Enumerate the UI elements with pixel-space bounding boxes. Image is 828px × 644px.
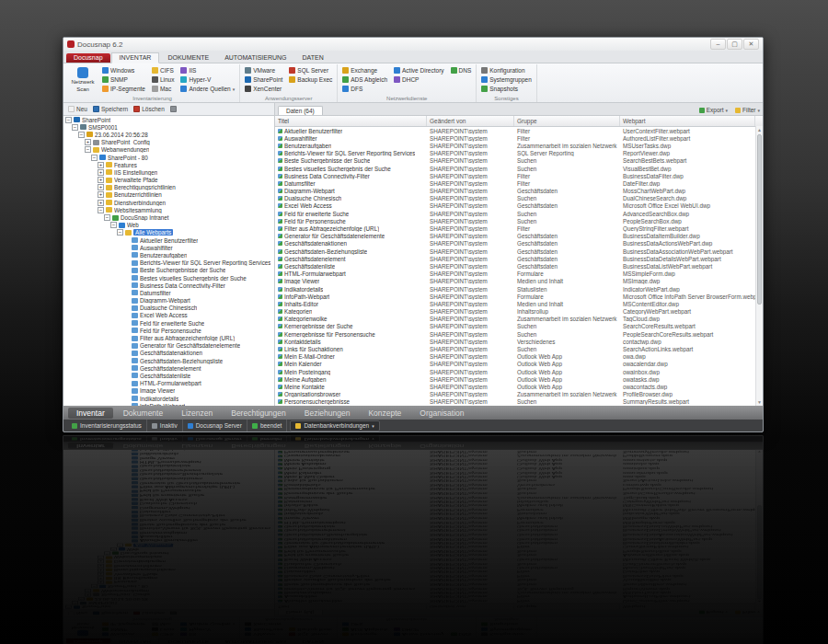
ribbon-button-dfs[interactable]: DFS: [340, 85, 389, 93]
tree-item-geschäftsdaten-beziehungsliste[interactable]: Geschäftsdaten-Beziehungsliste: [63, 357, 274, 364]
ribbon-button-dhcp[interactable]: DHCP: [392, 75, 446, 84]
table-row[interactable]: GeschäftsdatenelementSHAREPOINT\systemGe…: [275, 255, 755, 262]
tree-item-html-formularwebpart[interactable]: HTML-Formularwebpart: [63, 380, 274, 387]
column-header-titel[interactable]: Titel: [275, 116, 427, 126]
ribbon-button-sql-server[interactable]: SQL Server: [287, 66, 334, 75]
table-row[interactable]: OrganisationsbrowserSHAREPOINT\systemZus…: [275, 391, 755, 398]
tree-item-aktueller-benutzerfilter[interactable]: Aktueller Benutzerfilter: [63, 236, 274, 244]
bottom-tab-konzepte[interactable]: Konzepte: [360, 408, 409, 419]
ribbon-button-snapshots[interactable]: Snapshots: [479, 85, 534, 93]
ribbon-button-systemgruppen[interactable]: Systemgruppen: [479, 75, 534, 84]
table-row[interactable]: Kernergebnisse für PersonensucheSHAREPOI…: [275, 330, 755, 338]
table-row[interactable]: KontaktdetailsSHAREPOINT\systemVerschied…: [275, 338, 755, 345]
tree-item-datumsfilter[interactable]: Datumsfilter: [63, 289, 274, 296]
tree-item-web[interactable]: −Web: [63, 222, 274, 229]
expand-icon[interactable]: +: [98, 162, 104, 168]
column-header-geändert-von[interactable]: Geändert von: [427, 116, 514, 126]
status-datenbankverbindungen[interactable]: Datenbankverbindungen▾: [290, 420, 379, 431]
ribbon-button-konfiguration[interactable]: Konfiguration: [479, 66, 534, 75]
ribbon-button-hyper-v[interactable]: Hyper-V: [178, 75, 236, 84]
collapse-icon[interactable]: −: [85, 146, 91, 153]
table-row[interactable]: PersonensuchergebnisseSHAREPOINT\systemS…: [275, 398, 755, 406]
table-row[interactable]: KategorienwolkeSHAREPOINT\systemZusammen…: [275, 316, 755, 323]
table-row[interactable]: Geschäftsdaten-BeziehungslisteSHAREPOINT…: [275, 247, 755, 255]
table-row[interactable]: Beste Suchergebnisse der SucheSHAREPOINT…: [275, 157, 755, 165]
bottom-tab-beziehungen[interactable]: Beziehungen: [296, 408, 359, 419]
tree-item-sharepoint-80[interactable]: −SharePoint - 80: [63, 154, 274, 161]
table-row[interactable]: Feld für erweiterte SucheSHAREPOINT\syst…: [275, 210, 755, 217]
tree-item-iis-einstellungen[interactable]: +IIS Einstellungen: [63, 168, 274, 176]
tree-item-verwaltete-pfade[interactable]: +Verwaltete Pfade: [63, 177, 274, 184]
table-row[interactable]: InfoPath-WebpartSHAREPOINT\systemFormula…: [275, 293, 755, 300]
ribbon-tab-daten[interactable]: DATEN: [295, 53, 331, 63]
table-row[interactable]: Image ViewerSHAREPOINT\systemMedien und …: [275, 278, 755, 285]
grid-scrollbar[interactable]: ▲ ▼: [755, 126, 763, 406]
table-row[interactable]: BenutzeraufgabenSHAREPOINT\systemZusamme…: [275, 142, 755, 149]
export-button[interactable]: Export▾: [699, 107, 728, 113]
collapse-icon[interactable]: −: [91, 155, 98, 161]
bottom-tab-inventar[interactable]: Inventar: [68, 408, 113, 419]
tree-item-sharepoint[interactable]: −SharePoint: [63, 116, 274, 123]
ribbon-button-ip-segmente[interactable]: IP-Segmente: [100, 85, 147, 93]
tree-item-diagramm-webpart[interactable]: Diagramm-Webpart: [63, 297, 274, 305]
tree-item-auswahlfilter[interactable]: Auswahlfilter: [63, 244, 274, 251]
tree-item-geschäftsdatenelement[interactable]: Geschäftsdatenelement: [63, 364, 274, 372]
scroll-down-icon[interactable]: ▼: [756, 398, 763, 406]
expand-icon[interactable]: +: [98, 184, 104, 190]
bottom-tab-organisation[interactable]: Organisation: [411, 408, 472, 419]
table-row[interactable]: Feld für PersonensucheSHAREPOINT\systemS…: [275, 217, 755, 224]
tree-item-websitesammlung[interactable]: −Websitesammlung: [63, 206, 274, 213]
ribbon-button-active-directory[interactable]: Active Directory: [392, 66, 446, 75]
ribbon-button-mac[interactable]: Mac: [150, 85, 177, 93]
table-row[interactable]: Links für SuchaktionenSHAREPOINT\systemS…: [275, 345, 755, 352]
ribbon-tab-dokumente[interactable]: DOKUMENTE: [160, 53, 216, 63]
table-row[interactable]: Mein PosteingangSHAREPOINT\systemOutlook…: [275, 368, 755, 375]
tree-item-feld-für-personensuche[interactable]: Feld für Personensuche: [63, 327, 274, 334]
table-row[interactable]: Filter aus Abfragezeichenfolge (URL)SHAR…: [275, 224, 755, 232]
column-header-gruppe[interactable]: Gruppe: [514, 116, 620, 126]
table-row[interactable]: Business Data Connectivity-FilterSHAREPO…: [275, 172, 755, 179]
table-row[interactable]: GeschäftsdatenlisteSHAREPOINT\systemGesc…: [275, 262, 755, 270]
ribbon-button-vmware[interactable]: VMware: [243, 66, 284, 75]
table-row[interactable]: AuswahlfilterSHAREPOINT\systemFilterAuth…: [275, 134, 755, 142]
ribbon-button-andere-quellen[interactable]: Andere Quellen▾: [178, 85, 236, 93]
table-row[interactable]: HTML-FormularwebpartSHAREPOINT\systemFor…: [275, 270, 755, 278]
tree-item-features[interactable]: +Features: [63, 161, 274, 168]
ribbon-button-sharepoint[interactable]: SharePoint: [243, 75, 284, 84]
table-row[interactable]: Diagramm-WebpartSHAREPOINT\systemGeschäf…: [275, 188, 755, 195]
ribbon-tab-automatisierung[interactable]: AUTOMATISIERUNG: [217, 53, 293, 63]
table-row[interactable]: KategorienSHAREPOINT\systemInhaltsrollup…: [275, 308, 755, 316]
table-row[interactable]: Generator für GeschäftsdatenelementeSHAR…: [275, 233, 755, 240]
collapse-icon[interactable]: −: [104, 214, 110, 221]
ribbon-button-cifs[interactable]: CIFS: [150, 66, 177, 75]
tree-item-23-06-2014-20-56-28[interactable]: −23.06.2014 20:56:28: [63, 131, 274, 138]
ribbon-button-backup-exec[interactable]: Backup Exec: [287, 75, 334, 84]
tree-item-dienstverbindungen[interactable]: +Dienstverbindungen: [63, 199, 274, 206]
bottom-tab-berechtigungen[interactable]: Berechtigungen: [223, 408, 294, 419]
ribbon-button-netzwerk-scan[interactable]: NetzwerkScan: [68, 64, 98, 95]
tree-item-bestes-visuelles-suchergebnis-der-suche[interactable]: Bestes visuelles Suchergebnis der Suche: [63, 274, 274, 282]
ribbon-button-xencenter[interactable]: XenCenter: [243, 85, 284, 93]
tree-item-business-data-connectivity-filter[interactable]: Business Data Connectivity-Filter: [63, 282, 274, 289]
ribbon-button-iis[interactable]: IIS: [178, 66, 236, 75]
collapse-icon[interactable]: −: [117, 229, 123, 236]
scroll-up-icon[interactable]: ▲: [756, 126, 763, 133]
tree-item-dualsuche-chinesisch[interactable]: Dualsuche Chinesisch: [63, 305, 274, 312]
app-menu-button[interactable]: Docusnap: [66, 53, 110, 63]
table-row[interactable]: IndikatordetailsSHAREPOINT\systemStatusl…: [275, 285, 755, 293]
tree-item-geschäftsdatenaktionen[interactable]: Geschäftsdatenaktionen: [63, 350, 274, 357]
expand-icon[interactable]: +: [98, 191, 104, 198]
collapse-icon[interactable]: −: [110, 222, 117, 228]
tree-item-filter-aus-abfragezeichenfolge-url[interactable]: Filter aus Abfragezeichenfolge (URL): [63, 334, 274, 341]
toolbar-search-icon[interactable]: [170, 106, 177, 112]
table-row[interactable]: Mein E-Mail-OrdnerSHAREPOINT\systemOutlo…: [275, 353, 755, 361]
expand-icon[interactable]: +: [98, 200, 104, 206]
tree-item-benutzerrichtlinien[interactable]: +Benutzerrichtlinien: [63, 191, 274, 199]
ribbon-tab-inventar[interactable]: INVENTAR: [111, 52, 160, 63]
expand-icon[interactable]: +: [98, 177, 104, 183]
table-row[interactable]: Mein KalenderSHAREPOINT\systemOutlook We…: [275, 361, 755, 368]
tree-item-generator-für-geschäftsdatenelemente[interactable]: Generator für Geschäftsdatenelemente: [63, 342, 274, 350]
tree-item-beste-suchergebnisse-der-suche[interactable]: Beste Suchergebnisse der Suche: [63, 267, 274, 274]
ribbon-button-dns[interactable]: DNS: [449, 66, 474, 75]
tree-item-indikatordetails[interactable]: Indikatordetails: [63, 395, 274, 402]
